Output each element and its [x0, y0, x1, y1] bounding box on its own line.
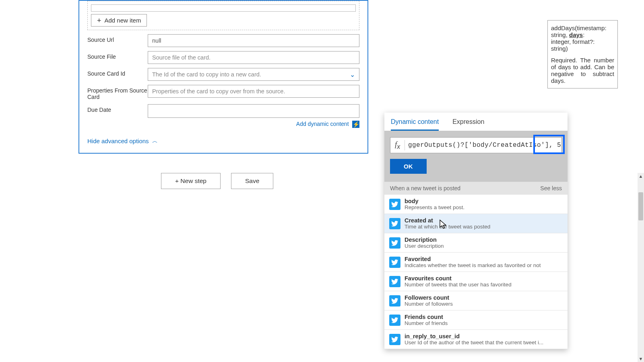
dc-item-desc: Indicates whether the tweet is marked as…	[405, 262, 563, 268]
add-item-label: Add new item	[105, 17, 141, 24]
due-date-input[interactable]	[148, 104, 359, 118]
dc-item-title: Favourites count	[405, 275, 563, 282]
dc-item[interactable]: Created atTime at which the tweet was po…	[384, 214, 568, 233]
dc-item-desc: Number of tweets that the user has favor…	[405, 282, 563, 288]
field-label: Source Url	[87, 34, 148, 43]
formula-text: ggerOutputs()?['body/CreatedAtIso'], 5)	[405, 142, 561, 149]
field-source-file: Source File Source file of the card.	[87, 51, 359, 64]
twitter-icon	[389, 218, 400, 229]
chevron-down-icon: ⌄	[350, 71, 355, 78]
dc-item[interactable]: Followers countNumber of followers	[384, 291, 568, 311]
flow-footer-buttons: + New step Save	[161, 173, 273, 189]
see-less-link[interactable]: See less	[540, 185, 562, 191]
dc-item-desc: Number of followers	[405, 301, 563, 307]
add-dynamic-link[interactable]: Add dynamic content	[296, 121, 349, 127]
twitter-icon	[389, 257, 400, 268]
add-item-button[interactable]: + Add new item	[91, 14, 147, 27]
dc-item[interactable]: FavoritedIndicates whether the tweet is …	[384, 253, 568, 272]
field-due-date: Due Date	[87, 104, 359, 118]
add-dynamic-icon[interactable]: ⚡	[352, 121, 359, 128]
field-source-card-id: Source Card Id The Id of the card to cop…	[87, 68, 359, 81]
chevron-up-icon: ︿	[152, 138, 158, 145]
field-label: Source File	[87, 51, 148, 60]
hide-advanced-toggle[interactable]: Hide advanced options ︿	[87, 138, 158, 145]
formula-bar: fx ggerOutputs()?['body/CreatedAtIso'], …	[384, 131, 568, 182]
dc-item-desc: User Id of the author of the tweet that …	[405, 339, 563, 346]
field-label: Due Date	[87, 104, 148, 113]
tab-expression[interactable]: Expression	[452, 118, 484, 131]
hide-advanced-label: Hide advanced options	[87, 138, 149, 144]
dc-section-header: When a new tweet is posted See less	[384, 182, 568, 195]
dc-item[interactable]: DescriptionUser description	[384, 233, 568, 253]
scroll-thumb[interactable]	[638, 192, 643, 220]
item-input[interactable]	[91, 4, 356, 12]
action-card: + Add new item Source Url null Source Fi…	[78, 0, 368, 154]
twitter-icon	[389, 295, 400, 306]
save-button[interactable]: Save	[231, 173, 273, 189]
tooltip-description: Required. The number of days to add. Can…	[551, 57, 614, 84]
props-source-input[interactable]: Properties of the card to copy over from…	[148, 85, 359, 98]
items-container: + Add new item	[87, 1, 359, 30]
popover-tabs: Dynamic content Expression	[384, 113, 568, 131]
twitter-icon	[389, 315, 400, 326]
new-step-button[interactable]: + New step	[161, 173, 221, 189]
dc-item-title: Followers count	[405, 294, 563, 301]
dc-list: bodyRepresents a tweet post.Created atTi…	[384, 195, 568, 349]
field-label: Source Card Id	[87, 68, 148, 77]
tooltip-signature: addDays(timestamp: string, days: integer…	[551, 25, 614, 52]
dc-item-desc: Represents a tweet post.	[405, 204, 563, 210]
function-tooltip: addDays(timestamp: string, days: integer…	[547, 20, 618, 88]
scroll-up-icon[interactable]: ▲	[638, 173, 644, 179]
twitter-icon	[389, 237, 400, 249]
field-props-source: Properties From Source Card Properties o…	[87, 85, 359, 100]
dc-item[interactable]: bodyRepresents a tweet post.	[384, 195, 568, 214]
dc-item-desc: Time at which the tweet was posted	[405, 224, 563, 230]
ok-button[interactable]: OK	[390, 159, 427, 174]
source-url-input[interactable]: null	[148, 34, 359, 47]
field-source-url: Source Url null	[87, 34, 359, 47]
dc-item-title: Favorited	[405, 256, 563, 262]
dc-item-title: Friends count	[405, 314, 563, 320]
add-dynamic-row: Add dynamic content ⚡	[87, 120, 359, 128]
tab-dynamic-content[interactable]: Dynamic content	[391, 118, 439, 131]
field-label: Properties From Source Card	[87, 85, 148, 100]
dc-item-title: in_reply_to_user_id	[405, 333, 563, 339]
scroll-down-icon[interactable]: ▼	[638, 356, 644, 362]
dc-item-desc: User description	[405, 243, 563, 249]
source-card-id-select[interactable]: The Id of the card to copy into a new ca…	[148, 68, 359, 81]
dc-item[interactable]: in_reply_to_user_idUser Id of the author…	[384, 330, 568, 349]
twitter-icon	[389, 334, 400, 345]
scrollbar[interactable]: ▲ ▼	[638, 173, 644, 362]
dc-section-title: When a new tweet is posted	[390, 185, 460, 191]
dc-item-title: Created at	[405, 217, 563, 224]
dc-item[interactable]: Favourites countNumber of tweets that th…	[384, 272, 568, 291]
dynamic-content-popover: Dynamic content Expression fx ggerOutput…	[384, 113, 568, 349]
plus-icon: +	[97, 18, 101, 23]
dc-item-desc: Number of friends	[405, 320, 563, 326]
dc-item[interactable]: Friends countNumber of friends	[384, 311, 568, 330]
formula-input[interactable]: fx ggerOutputs()?['body/CreatedAtIso'], …	[390, 137, 562, 153]
source-file-input[interactable]: Source file of the card.	[148, 51, 359, 64]
dc-item-title: body	[405, 198, 563, 204]
fx-icon: fx	[390, 140, 405, 150]
twitter-icon	[389, 199, 400, 210]
dc-item-title: Description	[405, 237, 563, 243]
twitter-icon	[389, 276, 400, 287]
